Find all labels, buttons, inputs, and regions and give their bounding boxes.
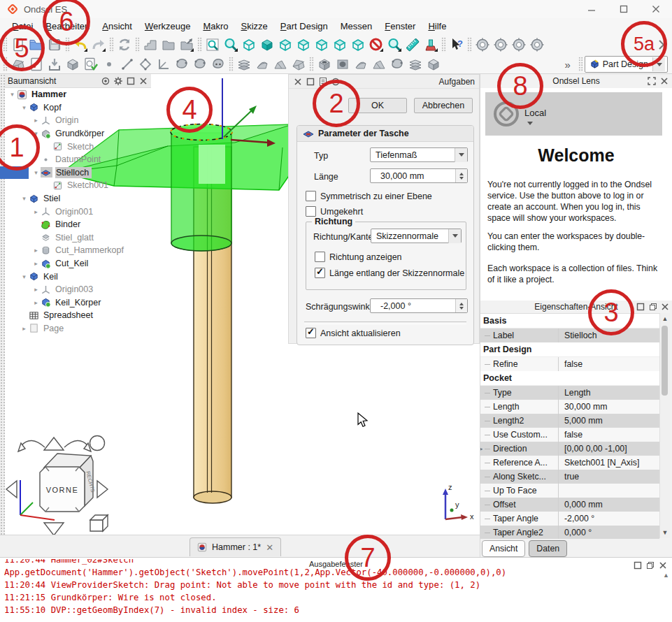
tree-panel-header[interactable]: Baumansicht — [5, 74, 151, 88]
tree-item-kopf[interactable]: ▾Kopf — [5, 101, 151, 115]
tree-item-cut_keil[interactable]: ▸Cut_Keil — [5, 257, 151, 270]
update-view-checkbox[interactable]: Ansicht aktualisieren — [306, 328, 401, 338]
property-value[interactable] — [559, 484, 659, 498]
tree-item-keil_körper[interactable]: ▸Keil_Körper — [5, 296, 151, 310]
property-value[interactable]: Length — [559, 386, 659, 400]
float-panel-icon[interactable] — [305, 76, 315, 87]
view-bottom-icon[interactable] — [331, 36, 349, 54]
toolbar-overflow-icon[interactable] — [652, 36, 671, 54]
property-row-use-custom-[interactable]: Use Custom...false — [480, 428, 659, 442]
toolbar-grip[interactable] — [3, 57, 8, 72]
groove-icon[interactable] — [352, 55, 370, 73]
expand-icon[interactable]: ▸ — [31, 247, 41, 254]
scroll-up-icon[interactable]: ▲ — [663, 572, 669, 579]
spin-arrows-icon[interactable] — [455, 299, 467, 312]
property-value[interactable]: false — [559, 357, 659, 371]
property-row-reference-a-[interactable]: Reference A...Sketch001 [N_Axis] — [480, 456, 659, 470]
validate-sketch-icon[interactable] — [82, 55, 100, 73]
along-normal-checkbox[interactable]: Länge entlang der Skizzennormale — [315, 268, 464, 278]
chevron-down-icon[interactable] — [455, 148, 467, 162]
view-front-icon[interactable] — [258, 36, 276, 54]
view-axonometric-icon[interactable] — [240, 36, 258, 54]
checkbox-box[interactable] — [306, 206, 316, 217]
save-document-icon[interactable] — [45, 36, 64, 54]
tree-item-stiel[interactable]: ▾Stiel — [5, 192, 151, 205]
export-icon[interactable] — [178, 36, 196, 54]
tree-item-stiel_glatt[interactable]: Stiel_glatt — [5, 231, 151, 245]
ok-button[interactable]: OK — [348, 98, 407, 113]
create-line-icon[interactable] — [118, 55, 136, 73]
zoom-icon[interactable] — [222, 36, 240, 54]
output-panel[interactable]: Ausgabefenster ▲ 11:20:44 Hammer_02#Sket… — [0, 557, 672, 622]
subtractive-sweep-icon[interactable] — [388, 55, 406, 73]
hole-icon[interactable] — [334, 55, 352, 73]
collapse-icon[interactable]: ▾ — [31, 130, 41, 137]
toolbar-grip[interactable] — [3, 37, 8, 52]
property-value[interactable]: -2,000 ° — [559, 512, 659, 526]
close-panel-icon[interactable] — [138, 75, 148, 86]
close-panel-icon[interactable] — [659, 301, 670, 312]
measure-icon[interactable] — [403, 36, 422, 54]
workbench-selector[interactable]: Part Design — [585, 56, 668, 73]
property-value[interactable]: 5,000 mm — [559, 414, 659, 428]
dock-panel-icon[interactable] — [648, 301, 658, 312]
collapse-icon[interactable]: ▾ — [31, 169, 41, 176]
open-document-icon[interactable] — [27, 36, 45, 54]
scrollbar-thumb[interactable] — [662, 326, 668, 396]
toolbar-grip[interactable] — [109, 37, 114, 52]
property-value[interactable]: [0,00 0,00 -1,00] — [559, 442, 659, 456]
cancel-button[interactable]: Abbrechen — [414, 98, 473, 113]
property-row-offset[interactable]: Offset0,000 mm — [480, 498, 659, 512]
float-panel-icon[interactable] — [635, 301, 645, 312]
project-folder-icon[interactable] — [159, 36, 178, 54]
whats-this-icon[interactable]: ? — [448, 36, 466, 54]
document-tab[interactable]: Hammer : 1* ✕ — [190, 537, 281, 556]
create-point-icon[interactable] — [100, 55, 118, 73]
toolbar-grip[interactable] — [65, 37, 70, 52]
toolbar-grip[interactable] — [309, 57, 314, 72]
menu-werkzeuge[interactable]: Werkzeuge — [138, 20, 197, 33]
type-combobox[interactable]: Tiefenmaß — [370, 147, 468, 162]
tree-item-origin[interactable]: ▸Origin — [5, 114, 151, 127]
property-row-up-to-face[interactable]: Up To Face — [480, 484, 659, 498]
expand-icon[interactable]: ▸ — [31, 286, 41, 293]
expand-icon[interactable]: ▸ — [31, 208, 41, 215]
create-datum-icon[interactable] — [155, 55, 173, 73]
pad-icon[interactable] — [235, 55, 253, 73]
dock-edge-grip[interactable] — [0, 74, 5, 535]
property-value[interactable]: 30,000 mm — [559, 400, 659, 414]
create-face-icon[interactable] — [209, 55, 227, 73]
expand-icon[interactable]: ▸ — [480, 442, 483, 456]
measure-angular-icon[interactable] — [492, 36, 510, 54]
property-row-length[interactable]: Length30,000 mm — [480, 400, 659, 414]
reversed-checkbox[interactable]: Umgekehrt — [306, 206, 363, 217]
property-value[interactable]: true — [559, 470, 659, 484]
toolbar-grip[interactable] — [197, 37, 202, 52]
tree-item-stielloch[interactable]: ▾Stielloch — [5, 166, 151, 180]
overlay-toggle-icon[interactable] — [330, 76, 341, 87]
menu-bearbeiten[interactable]: Bearbeiten — [39, 20, 96, 33]
menu-datei[interactable]: Datei — [6, 20, 39, 33]
toolbar-grip[interactable] — [578, 57, 583, 72]
overlay-toggle-icon[interactable] — [100, 75, 110, 86]
show-direction-checkbox[interactable]: Richtung anzeigen — [315, 252, 402, 262]
checkbox-box[interactable] — [306, 191, 316, 201]
tree-item-sketch[interactable]: Sketch — [5, 140, 151, 153]
direction-edge-combobox[interactable]: Skizzennormale — [371, 229, 462, 243]
float-panel-icon[interactable] — [125, 75, 136, 86]
property-value[interactable]: Sketch001 [N_Axis] — [559, 456, 659, 470]
property-row-length2[interactable]: Length25,000 mm — [480, 414, 659, 428]
redo-icon[interactable] — [90, 36, 108, 54]
boolean-icon[interactable] — [424, 55, 443, 73]
collapse-icon[interactable]: ▾ — [20, 273, 29, 280]
toolbar-grip[interactable] — [135, 37, 140, 52]
close-panel-icon[interactable] — [659, 75, 669, 86]
tab-ansicht[interactable]: Ansicht — [482, 540, 525, 557]
tree-item-keil[interactable]: ▾Keil — [5, 270, 151, 283]
property-value[interactable]: false — [559, 428, 659, 442]
menu-makro[interactable]: Makro — [196, 20, 234, 33]
checkbox-box[interactable] — [315, 268, 325, 278]
tree-item-binder[interactable]: Binder — [5, 218, 151, 231]
tree-item-cut_hammerkopf[interactable]: ▸Cut_Hammerkopf — [5, 244, 151, 257]
workbench-steps-icon[interactable] — [141, 36, 159, 54]
